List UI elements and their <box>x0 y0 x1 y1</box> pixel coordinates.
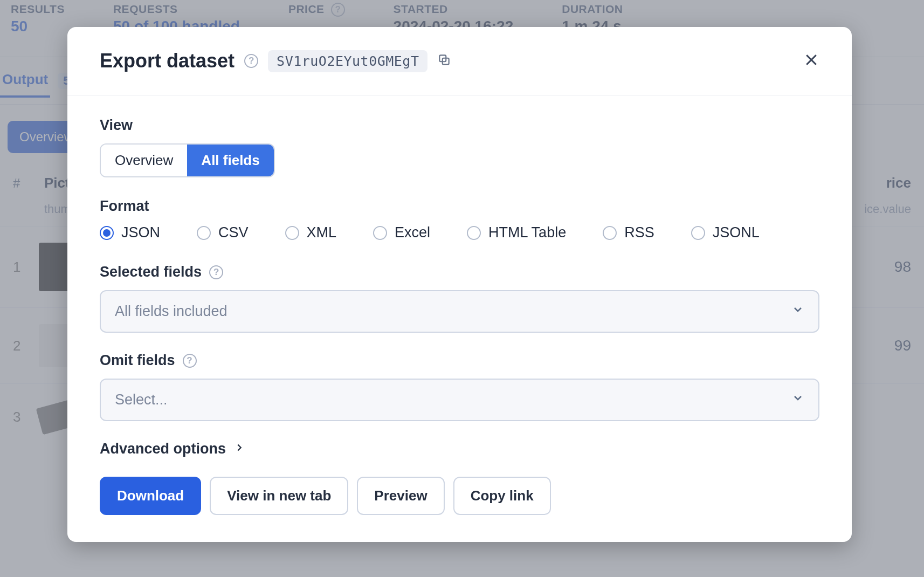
radio-icon <box>285 226 299 240</box>
view-label: View <box>100 117 819 134</box>
help-icon[interactable]: ? <box>183 354 197 368</box>
format-radio-group: JSON CSV XML Excel HTML Table RSS <box>100 224 819 241</box>
advanced-options-toggle[interactable]: Advanced options <box>100 441 819 457</box>
view-all-fields-button[interactable]: All fields <box>187 145 273 176</box>
view-new-tab-button[interactable]: View in new tab <box>210 477 348 515</box>
close-icon[interactable] <box>803 52 819 70</box>
chevron-down-icon <box>791 391 804 408</box>
copy-link-button[interactable]: Copy link <box>453 477 551 515</box>
export-dataset-modal: Export dataset ? SV1ruO2EYut0GMEgT View … <box>67 27 852 542</box>
format-excel-radio[interactable]: Excel <box>373 224 430 241</box>
help-icon[interactable]: ? <box>244 54 258 68</box>
radio-icon <box>100 226 114 240</box>
omit-fields-select[interactable]: Select... <box>100 379 819 421</box>
chevron-right-icon <box>233 441 245 457</box>
selected-fields-label: Selected fields ? <box>100 264 819 280</box>
view-overview-button[interactable]: Overview <box>101 145 187 176</box>
radio-icon <box>197 226 211 240</box>
help-icon[interactable]: ? <box>209 265 223 279</box>
modal-header: Export dataset ? SV1ruO2EYut0GMEgT <box>67 27 852 95</box>
selected-fields-placeholder: All fields included <box>115 303 227 320</box>
modal-title: Export dataset <box>100 50 235 72</box>
dataset-id: SV1ruO2EYut0GMEgT <box>268 50 427 72</box>
view-segmented-control: Overview All fields <box>100 143 275 177</box>
format-json-radio[interactable]: JSON <box>100 224 160 241</box>
format-xml-radio[interactable]: XML <box>285 224 337 241</box>
omit-fields-placeholder: Select... <box>115 391 168 408</box>
radio-icon <box>373 226 387 240</box>
format-html-radio[interactable]: HTML Table <box>467 224 566 241</box>
selected-fields-select[interactable]: All fields included <box>100 290 819 333</box>
download-button[interactable]: Download <box>100 477 201 515</box>
format-rss-radio[interactable]: RSS <box>603 224 654 241</box>
copy-icon[interactable] <box>437 53 451 69</box>
preview-button[interactable]: Preview <box>357 477 444 515</box>
format-csv-radio[interactable]: CSV <box>197 224 249 241</box>
format-jsonl-radio[interactable]: JSONL <box>691 224 760 241</box>
radio-icon <box>467 226 481 240</box>
radio-icon <box>603 226 617 240</box>
format-label: Format <box>100 198 819 215</box>
radio-icon <box>691 226 705 240</box>
action-buttons: Download View in new tab Preview Copy li… <box>100 477 819 515</box>
omit-fields-label: Omit fields ? <box>100 352 819 369</box>
chevron-down-icon <box>791 303 804 320</box>
